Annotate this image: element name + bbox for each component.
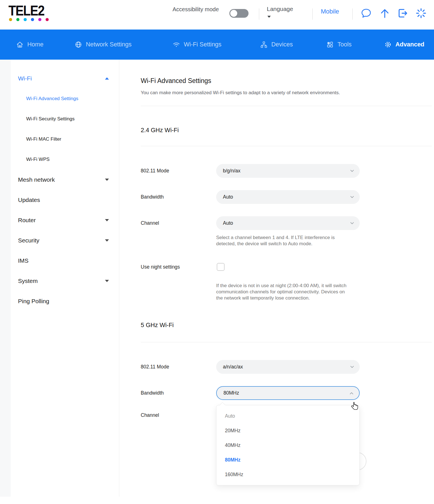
sidebar-item-wifi-advanced-settings[interactable]: Wi-Fi Advanced Settings: [11, 89, 119, 109]
field-label: Bandwidth: [141, 194, 216, 200]
nav-home[interactable]: Home: [16, 30, 43, 60]
select-value: a/n/ac/ax: [223, 364, 243, 370]
divider: [141, 106, 432, 106]
sidebar-item-ims[interactable]: IMS: [11, 251, 119, 271]
sidebar-item-label: Updates: [11, 197, 40, 203]
channel-24-select[interactable]: Auto: [216, 216, 360, 230]
bandwidth-5-select[interactable]: 80MHz: [216, 386, 360, 400]
bandwidth-24-select[interactable]: Auto: [216, 190, 360, 204]
main-navigation: Home Network Settings Wi-Fi Settings Dev…: [0, 30, 434, 60]
row-24-mode: 802.11 Mode b/g/n/ax: [141, 164, 432, 178]
upload-arrow-icon[interactable]: [379, 8, 390, 19]
toggle-knob: [230, 10, 237, 17]
nav-label: Tools: [337, 41, 352, 48]
home-icon: [16, 41, 24, 48]
dropdown-option-20mhz[interactable]: 20MHz: [216, 423, 359, 438]
field-label: 802.11 Mode: [141, 168, 216, 174]
devices-tree-icon: [260, 41, 268, 48]
chevron-down-icon: [105, 239, 109, 242]
spinner-icon[interactable]: [415, 8, 427, 19]
nav-label: Advanced: [395, 41, 424, 48]
sidebar-item-router[interactable]: Router: [11, 210, 119, 230]
sidebar-item-wifi[interactable]: Wi-Fi: [11, 68, 119, 89]
nav-label: Network Settings: [86, 41, 132, 48]
nav-label: Devices: [271, 41, 293, 48]
sidebar-item-security[interactable]: Security: [11, 230, 119, 251]
language-label: Language: [267, 6, 293, 12]
chevron-down-icon: [105, 280, 109, 282]
nav-devices[interactable]: Devices: [260, 30, 293, 60]
settings-sidebar: Wi-Fi Wi-Fi Advanced Settings Wi-Fi Secu…: [11, 60, 119, 497]
sidebar-item-mesh-network[interactable]: Mesh network: [11, 170, 119, 190]
chevron-down-icon: [267, 16, 271, 18]
field-label: Use night settings: [141, 264, 216, 270]
sidebar-item-wifi-wps[interactable]: Wi-Fi WPS: [11, 149, 119, 170]
chevron-up-icon: [349, 391, 354, 396]
night-settings-description: If the device is not in use at night (2:…: [216, 283, 348, 301]
row-24-channel: Channel Auto: [141, 216, 432, 230]
select-value: Auto: [223, 194, 233, 200]
sidebar-item-system[interactable]: System: [11, 271, 119, 291]
header-divider: [312, 8, 313, 20]
nav-wifi-settings[interactable]: Wi-Fi Settings: [173, 30, 222, 60]
logout-icon[interactable]: [397, 8, 408, 19]
sidebar-item-wifi-mac-filter[interactable]: Wi-Fi MAC Filter: [11, 129, 119, 149]
chat-icon[interactable]: [361, 8, 372, 19]
chevron-down-icon: [105, 219, 109, 221]
row-night-settings: Use night settings: [141, 263, 432, 271]
field-label: Channel: [141, 220, 216, 226]
main-content: Wi-Fi Advanced Settings You can make mor…: [119, 60, 434, 497]
sidebar-item-updates[interactable]: Updates: [11, 190, 119, 210]
field-label: 802.11 Mode: [141, 364, 216, 370]
field-label: Channel: [141, 412, 216, 418]
sidebar-item-label: Wi-Fi Advanced Settings: [11, 96, 78, 102]
section-heading-24ghz: 2.4 GHz Wi-Fi: [141, 127, 432, 134]
sidebar-item-label: Wi-Fi: [11, 75, 32, 82]
accessibility-mode-toggle[interactable]: [229, 9, 249, 18]
sidebar-item-label: Ping Polling: [11, 298, 49, 305]
mode-24-select[interactable]: b/g/n/ax: [216, 164, 360, 178]
night-settings-checkbox[interactable]: [217, 263, 225, 271]
chevron-up-icon: [105, 77, 109, 80]
sidebar-item-label: Wi-Fi Security Settings: [11, 116, 75, 122]
section-heading-5ghz: 5 GHz Wi-Fi: [141, 322, 432, 329]
nav-network-settings[interactable]: Network Settings: [75, 30, 132, 60]
divider: [141, 342, 432, 342]
top-header: TELE2 Accessibility mode Language Mobile: [0, 0, 434, 30]
sidebar-item-label: Security: [11, 237, 39, 244]
select-value: b/g/n/ax: [223, 168, 240, 174]
header-divider: [259, 8, 259, 20]
select-value: Auto: [223, 220, 233, 226]
language-selector[interactable]: Language: [267, 6, 293, 18]
dropdown-option-40mhz[interactable]: 40MHz: [216, 438, 359, 453]
sidebar-item-label: System: [11, 278, 38, 284]
chevron-down-icon: [105, 179, 109, 181]
nav-tools[interactable]: Tools: [326, 30, 352, 60]
mode-5-select[interactable]: a/n/ac/ax: [216, 360, 360, 374]
sidebar-item-label: Wi-Fi MAC Filter: [11, 136, 61, 142]
dropdown-option-160mhz[interactable]: 160MHz: [216, 467, 359, 482]
nav-label: Home: [27, 41, 43, 48]
sidebar-item-label: Wi-Fi WPS: [11, 157, 50, 162]
chevron-down-icon: [350, 220, 355, 226]
mobile-link[interactable]: Mobile: [321, 8, 339, 15]
tools-grid-icon: [326, 41, 334, 48]
bandwidth-5-dropdown: Auto 20MHz 40MHz 80MHz 160MHz: [216, 405, 360, 485]
field-label: Bandwidth: [141, 390, 216, 396]
page-subtitle: You can make more personalized Wi-Fi set…: [141, 90, 432, 96]
nav-advanced[interactable]: Advanced: [384, 30, 424, 60]
logo-text: TELE2: [8, 3, 51, 19]
chevron-down-icon: [350, 364, 355, 369]
header-divider: [352, 8, 353, 20]
left-gutter: [0, 60, 11, 497]
page-title: Wi-Fi Advanced Settings: [141, 77, 432, 85]
sidebar-item-ping-polling[interactable]: Ping Polling: [11, 291, 119, 311]
select-value: 80MHz: [223, 390, 239, 396]
dropdown-option-80mhz[interactable]: 80MHz: [216, 453, 359, 467]
tele2-logo: TELE2: [8, 3, 51, 21]
channel-note: Select a channel between 1 and 4. If LTE…: [216, 235, 340, 247]
dropdown-option-auto[interactable]: Auto: [216, 409, 359, 423]
sidebar-item-label: Router: [11, 217, 36, 224]
sidebar-item-wifi-security-settings[interactable]: Wi-Fi Security Settings: [11, 109, 119, 129]
wifi-icon: [173, 41, 180, 48]
